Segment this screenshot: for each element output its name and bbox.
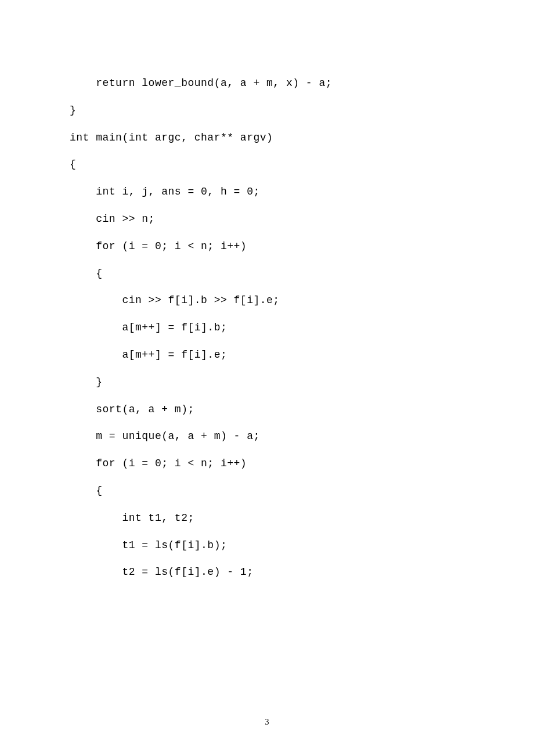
code-line: t1 = ls(f[i].b);: [70, 532, 464, 559]
page-number: 3: [0, 718, 534, 727]
code-line: m = unique(a, a + m) - a;: [70, 423, 464, 450]
code-line: {: [70, 260, 464, 287]
code-line: sort(a, a + m);: [70, 396, 464, 423]
code-line: a[m++] = f[i].e;: [70, 341, 464, 369]
code-line: for (i = 0; i < n; i++): [70, 233, 464, 260]
code-line: int main(int argc, char** argv): [70, 124, 464, 152]
code-line: cin >> n;: [70, 206, 464, 233]
code-line: }: [70, 97, 464, 124]
code-line: for (i = 0; i < n; i++): [70, 450, 464, 477]
document-page: return lower_bound(a, a + m, x) - a; } i…: [0, 0, 534, 621]
code-line: int i, j, ans = 0, h = 0;: [70, 178, 464, 206]
code-line: cin >> f[i].b >> f[i].e;: [70, 287, 464, 314]
code-line: return lower_bound(a, a + m, x) - a;: [70, 70, 464, 97]
code-line: {: [70, 151, 464, 178]
code-line: a[m++] = f[i].b;: [70, 314, 464, 341]
code-line: {: [70, 477, 464, 505]
code-line: t2 = ls(f[i].e) - 1;: [70, 559, 464, 586]
code-line: int t1, t2;: [70, 505, 464, 532]
code-line: }: [70, 369, 464, 396]
